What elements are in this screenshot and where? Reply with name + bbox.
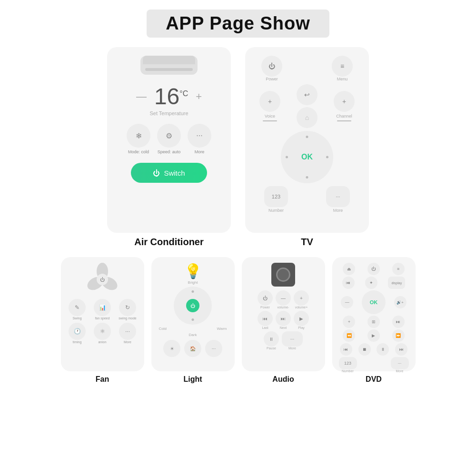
audio-pause-btn[interactable]: ⏸ <box>264 331 279 347</box>
more-dots-icon: ··· <box>212 346 216 351</box>
fan-more-group: ··· More <box>116 323 139 344</box>
dvd-stop-btn[interactable]: ⏹ <box>358 343 371 356</box>
dvd-row1: ⏏ ⏻ ≡ <box>337 263 411 275</box>
fan-more-btn[interactable]: ··· <box>119 323 136 340</box>
dvd-minus-btn[interactable]: — <box>341 296 353 308</box>
dvd-setup-btn[interactable]: ✦ <box>365 277 377 289</box>
tv-bottom: 123 Number ··· More <box>257 186 357 213</box>
audio-last-btn[interactable]: ⏮ <box>258 311 273 326</box>
tv-number-btn[interactable]: 123 <box>264 186 288 207</box>
light-dial-center[interactable]: ⏻ <box>186 299 199 312</box>
play-icon: ▶ <box>372 333 375 338</box>
plus-icon: + <box>348 319 350 324</box>
audio-more-btn[interactable]: ··· <box>282 331 303 347</box>
ac-plus-icon[interactable]: + <box>196 90 202 103</box>
light-dial[interactable]: ⏻ <box>174 287 212 325</box>
light-btn1[interactable]: ☀ <box>163 340 180 357</box>
audio-row2: ⏮ Last ⏭ Next ▶ Play <box>258 311 309 329</box>
dvd-rew-btn[interactable]: ⏪ <box>343 329 355 342</box>
dvd-prev-btn[interactable]: ⏮ <box>342 277 355 289</box>
dvd-ok-btn[interactable]: OK <box>362 290 386 314</box>
dvd-vol-plus-btn[interactable]: 🔊+ <box>394 296 407 308</box>
tv-voice-minus[interactable] <box>263 120 277 121</box>
ac-switch-btn[interactable]: ⏻ Switch <box>131 163 207 183</box>
power-icon: ⏻ <box>268 62 275 70</box>
dvd-display-btn[interactable]: display <box>388 277 405 289</box>
tv-menu-btn[interactable]: ≡ <box>332 56 353 77</box>
dvd-skip-btn[interactable]: ⏭ <box>392 316 405 328</box>
ac-speed-label: Speed: auto <box>158 149 181 154</box>
tv-ok-label[interactable]: OK <box>301 153 313 161</box>
light-btn2[interactable]: 🏠 <box>184 340 201 357</box>
fan-power-btn[interactable]: ⏻ <box>97 274 108 285</box>
fan-anion-group: ⚛ anion <box>91 323 114 344</box>
dvd-row5: ⏪ ▶ ⏩ <box>337 329 411 342</box>
audio-next-btn[interactable]: ⏭ <box>276 311 291 326</box>
tv-section-label: TV <box>301 237 313 248</box>
tv-channel-minus[interactable] <box>337 120 351 121</box>
tv-more-btn[interactable]: ··· <box>326 186 350 207</box>
home-icon: ⌂ <box>305 114 309 121</box>
pause-icon: ⏸ <box>269 337 274 342</box>
tv-number-group: 123 Number <box>264 186 288 213</box>
fan-speed-group: 📊 fan speed <box>91 299 114 320</box>
fastforward-icon: ⏩ <box>396 333 401 338</box>
dvd-plus-btn[interactable]: + <box>343 316 355 328</box>
dvd-number-btn[interactable]: 123 <box>339 357 357 369</box>
tv-controls: ⏻ Power ≡ Menu <box>253 56 361 213</box>
audio-vol-plus-btn[interactable]: + <box>294 290 309 306</box>
audio-power-btn[interactable]: ⏻ <box>258 290 273 306</box>
ac-speed-btn[interactable]: ⚙ <box>157 124 181 148</box>
light-temp-labels: Cold Warm <box>156 327 230 331</box>
audio-next-group: ⏭ Next <box>276 311 291 329</box>
swing-mode-icon: ↻ <box>125 304 130 311</box>
switch-label: Switch <box>164 169 185 177</box>
fan-swing-btn[interactable]: ✎ <box>69 299 86 316</box>
audio-play-group: ▶ Play <box>294 311 309 329</box>
dvd-grid-btn[interactable]: ⊞ <box>367 316 380 328</box>
fan-anion-btn[interactable]: ⚛ <box>94 323 111 340</box>
ac-more-label: More <box>195 149 205 154</box>
tv-channel-label: Channel <box>336 114 352 119</box>
ac-mode-btn[interactable]: ❄ <box>127 124 150 148</box>
tv-voice-plus-btn[interactable]: + <box>259 91 280 112</box>
tv-dpad[interactable]: OK <box>281 131 333 183</box>
dvd-menu-btn[interactable]: ≡ <box>392 263 405 275</box>
dvd-more-label: More <box>396 369 404 373</box>
dvd-play-btn[interactable]: ▶ <box>367 329 380 342</box>
fan-speed-btn[interactable]: 📊 <box>94 299 111 316</box>
fan-timing-btn[interactable]: 🕐 <box>69 323 86 340</box>
dvd-next2-btn[interactable]: ⏭ <box>395 343 407 356</box>
light-btn3[interactable]: ··· <box>205 340 222 357</box>
page-title: APP Page Show <box>166 13 310 33</box>
stop-icon: ⏹ <box>362 347 367 352</box>
light-icon1: ☀ <box>170 346 174 351</box>
dvd-pause-btn[interactable]: ⏸ <box>377 343 389 356</box>
audio-vol-minus-btn[interactable]: — <box>276 290 291 306</box>
fan-section-label: Fan <box>96 375 109 384</box>
dial-dot-bottom <box>192 318 194 321</box>
cold-label: Cold <box>159 327 167 331</box>
tv-power-btn[interactable]: ⏻ <box>261 56 282 77</box>
tv-channel-plus-btn[interactable]: + <box>334 91 355 112</box>
tv-voice-group: + Voice <box>259 91 280 121</box>
prev-icon: ⏮ <box>346 280 350 285</box>
tv-card: ⏻ Power ≡ Menu <box>245 47 369 233</box>
dvd-eject-btn[interactable]: ⏏ <box>343 263 355 275</box>
tv-dpad-top-dot <box>306 136 308 138</box>
dvd-more-btn[interactable]: ··· <box>391 357 409 369</box>
tv-back-btn[interactable]: ↩ <box>297 84 317 105</box>
ac-minus-icon[interactable]: — <box>136 90 147 103</box>
prev2-icon: ⏮ <box>344 347 348 352</box>
dvd-prev2-btn[interactable]: ⏮ <box>340 343 352 356</box>
fan-visual: ⏻ <box>86 263 119 296</box>
audio-play-btn[interactable]: ▶ <box>294 311 309 326</box>
tv-home-btn[interactable]: ⌂ <box>297 107 317 128</box>
audio-vol-minus-label: volume- <box>278 306 289 309</box>
ac-more-btn[interactable]: ··· <box>188 124 211 148</box>
dvd-power-btn[interactable]: ⏻ <box>367 263 380 275</box>
dvd-ff-btn[interactable]: ⏩ <box>392 329 405 342</box>
fan-swing-mode-btn[interactable]: ↻ <box>119 299 136 316</box>
tv-row2: + Voice ↩ ⌂ <box>257 84 357 128</box>
audio-vol-minus-group: — volume- <box>276 290 291 309</box>
